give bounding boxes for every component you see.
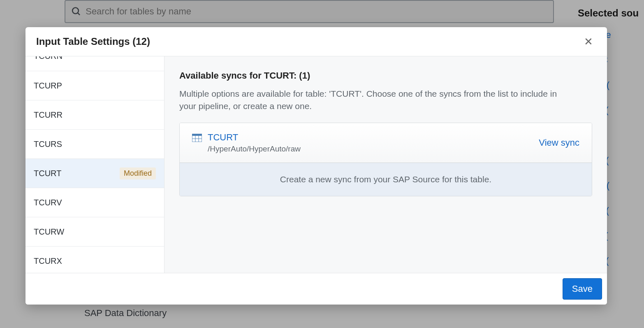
close-icon: ✕ <box>584 35 593 48</box>
table-label: TCURX <box>34 256 62 266</box>
input-table-settings-modal: Input Table Settings (12) ✕ TCURN TCURP … <box>25 27 607 305</box>
modified-badge: Modified <box>120 167 156 179</box>
table-item-tcurt[interactable]: TCURT Modified <box>25 159 164 188</box>
sync-row-left: TCURT /HyperAuto/HyperAuto/raw <box>192 132 301 154</box>
modal-header: Input Table Settings (12) ✕ <box>25 27 607 56</box>
save-button[interactable]: Save <box>563 278 602 300</box>
close-button[interactable]: ✕ <box>581 35 596 49</box>
table-label: TCURP <box>34 81 62 91</box>
table-label: TCURS <box>34 140 62 149</box>
tables-list: TCURN TCURP TCURR TCURS TCURT Modified T… <box>25 56 164 273</box>
modal-footer: Save <box>25 273 607 305</box>
tables-list-pane: TCURN TCURP TCURR TCURS TCURT Modified T… <box>25 56 164 273</box>
sync-options-card: TCURT /HyperAuto/HyperAuto/raw View sync… <box>179 123 592 196</box>
sync-name: TCURT <box>208 132 301 143</box>
table-item-tcurw[interactable]: TCURW <box>25 217 164 247</box>
svg-rect-3 <box>192 134 202 136</box>
table-item-tcurs[interactable]: TCURS <box>25 130 164 159</box>
sync-path: /HyperAuto/HyperAuto/raw <box>208 144 301 154</box>
table-item-tcurn[interactable]: TCURN <box>25 56 164 71</box>
table-item-tcurr[interactable]: TCURR <box>25 100 164 130</box>
table-item-tcurp[interactable]: TCURP <box>25 71 164 100</box>
modal-body: TCURN TCURP TCURR TCURS TCURT Modified T… <box>25 56 607 273</box>
modal-title: Input Table Settings (12) <box>36 36 150 47</box>
table-label: TCURN <box>34 56 63 61</box>
table-icon <box>192 134 202 142</box>
view-sync-link[interactable]: View sync <box>539 137 579 148</box>
create-new-sync-row[interactable]: Create a new sync from your SAP Source f… <box>180 163 592 196</box>
table-label: TCURW <box>34 227 64 237</box>
table-label: TCURR <box>34 110 63 120</box>
syncs-description: Multiple options are available for table… <box>179 88 558 113</box>
available-syncs-heading: Available syncs for TCURT: (1) <box>179 70 592 81</box>
table-label: TCURT <box>34 169 61 178</box>
table-item-tcurv[interactable]: TCURV <box>25 188 164 217</box>
existing-sync-row[interactable]: TCURT /HyperAuto/HyperAuto/raw View sync <box>180 123 592 163</box>
table-item-tcurx[interactable]: TCURX <box>25 247 164 273</box>
sync-details-pane: Available syncs for TCURT: (1) Multiple … <box>164 56 607 273</box>
table-label: TCURV <box>34 198 62 207</box>
